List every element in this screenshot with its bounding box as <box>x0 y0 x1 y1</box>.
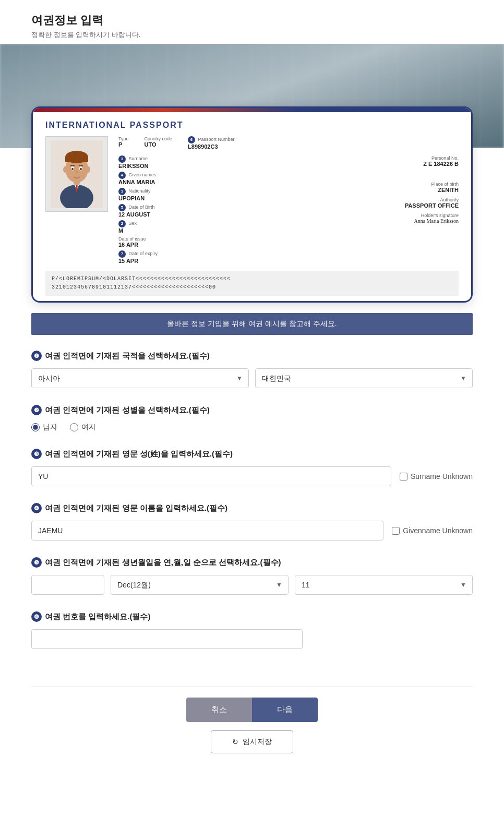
passport-cols: 3 Surname ERIKSSON 4 Given names <box>118 155 459 267</box>
passport-number-field: 6 Passport Number L898902C3 <box>188 136 235 150</box>
surname-unknown-checkbox[interactable] <box>400 473 407 480</box>
section6-num: ❻ <box>31 611 42 622</box>
birth-year-input[interactable] <box>31 575 104 595</box>
passport-col-left: 3 Surname ERIKSSON 4 Given names <box>118 155 367 267</box>
female-radio-label[interactable]: 여자 <box>70 423 96 432</box>
passport-personal-no-field: Personal No. Z E 184226 B <box>375 155 459 167</box>
givennames-badge: 4 <box>118 172 126 179</box>
passport-givennames-field: 4 Given names ANNA MARIA <box>118 172 367 185</box>
continent-select[interactable]: 아시아 유럽 아메리카 아프리카 오세아니아 <box>31 368 249 388</box>
country-dropdown-wrap: 대한민국 중국 일본 미국 영국 ▼ <box>255 368 473 388</box>
passport-top-row: Type P Country code UTO 6 Passport Numb <box>118 136 459 152</box>
main-buttons: 취소 다음 <box>186 698 318 722</box>
section5-label: ❺ 여권 인적면에 기재된 생년월일을 연,월,일 순으로 선택하세요.(필수) <box>31 557 473 568</box>
givenname-input-row: Givenname Unknown <box>31 521 473 540</box>
form-section-givenname: ❹ 여권 인적면에 기재된 영문 이름을 입력하세요.(필수) Givennam… <box>31 503 473 540</box>
form-section-passport-num: ❻ 여권 번호를 입력하세요.(필수) <box>31 611 473 649</box>
save-icon: ↻ <box>232 738 238 746</box>
page-subtitle: 정확한 정보를 입력하시기 바랍니다. <box>31 30 473 40</box>
continent-dropdown-wrap: 아시아 유럽 아메리카 아프리카 오세아니아 ▼ <box>31 368 249 388</box>
svg-rect-7 <box>65 157 88 162</box>
page-wrapper: 여권정보 입력 정확한 정보를 입력하시기 바랍니다. INTERNATIONA… <box>0 0 504 829</box>
passport-dob-field: 5 Date of Birth 12 AUGUST <box>118 204 367 218</box>
sex-badge: 2 <box>118 220 126 227</box>
section1-num: ❶ <box>31 351 42 361</box>
cancel-button[interactable]: 취소 <box>186 698 252 722</box>
passport-mrz: P/<LOREMIPSUM/<DOLARSIT<<<<<<<<<<<<<<<<<… <box>45 271 459 296</box>
passport-pob-field: Place of birth ZENITH <box>375 182 459 193</box>
birth-month-wrap: Jan(1월) Feb(2월) Mar(3월) Apr(4월) May(5월) … <box>111 575 289 595</box>
country-select[interactable]: 대한민국 중국 일본 미국 영국 <box>255 368 473 388</box>
form-area: ❶ 여권 인적면에 기재된 국적을 선택하세요.(필수) 아시아 유럽 아메리카… <box>0 335 504 687</box>
section1-label: ❶ 여권 인적면에 기재된 국적을 선택하세요.(필수) <box>31 351 473 361</box>
passport-surname-field: 3 Surname ERIKSSON <box>118 155 367 169</box>
form-section-dob: ❺ 여권 인적면에 기재된 생년월일을 연,월,일 순으로 선택하세요.(필수)… <box>31 557 473 595</box>
section3-num: ❸ <box>31 449 42 459</box>
section6-label: ❻ 여권 번호를 입력하세요.(필수) <box>31 611 473 622</box>
form-section-gender: ❷ 여권 인적면에 기재된 성별을 선택하세요.(필수) 남자 여자 <box>31 405 473 432</box>
passport-number-input[interactable] <box>31 629 303 649</box>
birth-day-select[interactable]: 1234 5678 9101112 13141516 17181920 2122… <box>295 575 473 595</box>
svg-point-12 <box>63 166 67 173</box>
surname-badge: 3 <box>118 155 126 163</box>
passport-expiry-field: 7 Date of expiry 15 APR <box>118 250 367 264</box>
male-radio-label[interactable]: 남자 <box>31 423 57 432</box>
passport-container: INTERNATIONAL PASSPORT <box>0 106 504 303</box>
passport-body: Type P Country code UTO 6 Passport Numb <box>45 136 459 267</box>
passport-issue-field: Date of issue 16 APR <box>118 236 367 248</box>
male-radio[interactable] <box>31 423 40 431</box>
givenname-input[interactable] <box>31 521 383 540</box>
passport-header-text: INTERNATIONAL PASSPORT <box>45 121 459 130</box>
save-button[interactable]: ↻ 임시저장 <box>211 730 293 753</box>
birth-month-select[interactable]: Jan(1월) Feb(2월) Mar(3월) Apr(4월) May(5월) … <box>111 575 289 595</box>
section4-num: ❹ <box>31 503 42 513</box>
surname-unknown-label[interactable]: Surname Unknown <box>400 472 473 480</box>
nationality-dropdown-row: 아시아 유럽 아메리카 아프리카 오세아니아 ▼ 대한민국 중국 일본 미국 영… <box>31 368 473 388</box>
gender-radio-group: 남자 여자 <box>31 423 473 432</box>
svg-point-11 <box>80 168 82 170</box>
givenname-unknown-checkbox[interactable] <box>392 527 400 535</box>
surname-input[interactable] <box>31 466 391 486</box>
passport-col-right: Personal No. Z E 184226 B Place of birth… <box>375 155 459 267</box>
dob-badge: 5 <box>118 204 126 211</box>
birth-day-wrap: 1234 5678 9101112 13141516 17181920 2122… <box>295 575 473 595</box>
svg-point-10 <box>71 168 74 170</box>
passport-authority-field: Authority PASSPORT OFFICE <box>375 197 459 209</box>
svg-point-13 <box>86 166 90 173</box>
form-section-surname: ❸ 여권 인적면에 기재된 영문 성(姓)을 입력하세요.(필수) Surnam… <box>31 449 473 486</box>
passport-country-field: Country code UTO <box>145 136 173 150</box>
page-header: 여권정보 입력 정확한 정보를 입력하시기 바랍니다. <box>0 0 504 44</box>
passport-card: INTERNATIONAL PASSPORT <box>31 106 473 303</box>
form-section-nationality: ❶ 여권 인적면에 기재된 국적을 선택하세요.(필수) 아시아 유럽 아메리카… <box>31 351 473 388</box>
passport-nationality-field: 1 Nationality UPOPIAN <box>118 188 367 201</box>
section3-label: ❸ 여권 인적면에 기재된 영문 성(姓)을 입력하세요.(필수) <box>31 449 473 459</box>
dob-row: Jan(1월) Feb(2월) Mar(3월) Apr(4월) May(5월) … <box>31 575 473 595</box>
surname-input-row: Surname Unknown <box>31 466 473 486</box>
section4-label: ❹ 여권 인적면에 기재된 영문 이름을 입력하세요.(필수) <box>31 503 473 513</box>
givenname-unknown-label[interactable]: Givenname Unknown <box>392 526 473 535</box>
info-banner: 올바른 정보 기입을 위해 여권 예시를 참고해 주세요. <box>31 313 473 335</box>
passport-num-badge: 6 <box>188 136 195 143</box>
passport-type-field: Type P <box>118 136 129 150</box>
section5-num: ❺ <box>31 557 42 568</box>
button-area: 취소 다음 ↻ 임시저장 <box>0 687 504 774</box>
next-button[interactable]: 다음 <box>252 698 318 722</box>
expiry-badge: 7 <box>118 250 126 258</box>
passport-inner: INTERNATIONAL PASSPORT <box>33 108 471 301</box>
passport-signature-field: Holder's signature Anna Maria Eriksson <box>375 213 459 224</box>
passport-info: Type P Country code UTO 6 Passport Numb <box>118 136 459 267</box>
passport-sex-field: 2 Sex M <box>118 220 367 234</box>
page-title: 여권정보 입력 <box>31 13 473 28</box>
section2-label: ❷ 여권 인적면에 기재된 성별을 선택하세요.(필수) <box>31 405 473 415</box>
section2-num: ❷ <box>31 405 42 415</box>
passport-photo <box>45 136 108 212</box>
female-radio[interactable] <box>70 423 78 431</box>
nationality-badge: 1 <box>118 188 126 195</box>
